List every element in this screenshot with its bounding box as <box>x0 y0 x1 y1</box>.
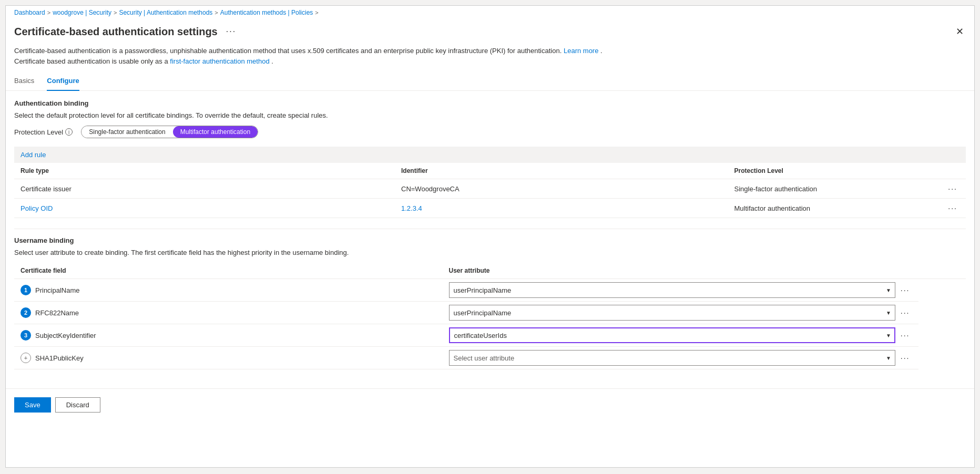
table-toolbar: Add rule <box>14 147 966 163</box>
learn-more-link[interactable]: Learn more <box>564 47 598 55</box>
cert-field-1: 1 PrincipalName <box>14 279 443 302</box>
breadcrumb-security[interactable]: woodgrove | Security <box>53 9 111 16</box>
attr-more-button-3[interactable]: ··· <box>899 330 912 341</box>
user-attr-select-3[interactable]: certificateUserIds <box>449 327 895 343</box>
description-line1: Certificate-based authentication is a pa… <box>14 47 562 55</box>
discard-button[interactable]: Discard <box>55 397 100 413</box>
row-actions-2: ··· <box>918 199 966 218</box>
col-header-identifier: Identifier <box>395 163 728 179</box>
cert-table: Certificate field User attribute 1 Princ… <box>14 263 966 369</box>
breadcrumb: Dashboard > woodgrove | Security > Secur… <box>6 6 974 19</box>
cert-field-3: 3 SubjectKeyIdentifier <box>14 324 443 347</box>
auth-binding-title: Authentication binding <box>14 99 966 107</box>
attr-more-button-1[interactable]: ··· <box>899 285 912 295</box>
identifier-oid: 1.2.3.4 <box>395 199 728 218</box>
protection-level-row: Protection Level i Single-factor authent… <box>14 126 966 138</box>
section-divider <box>14 229 966 229</box>
table-row: Policy OID 1.2.3.4 Multifactor authentic… <box>14 199 966 218</box>
protection-multi: Multifactor authentication <box>728 199 918 218</box>
col-header-protection: Protection Level <box>728 163 918 179</box>
cert-row-3: 3 SubjectKeyIdentifier certificateUserId… <box>14 324 966 347</box>
content-area: Authentication binding Select the defaul… <box>6 91 974 388</box>
user-attr-cell-4: Select user attribute ▼ ··· <box>443 347 918 369</box>
user-attr-select-4[interactable]: Select user attribute <box>449 350 895 366</box>
toggle-single-factor[interactable]: Single-factor authentication <box>81 126 172 138</box>
save-button[interactable]: Save <box>14 397 51 413</box>
identifier-woodgrove: CN=WoodgroveCA <box>395 179 728 199</box>
row-more-button-2[interactable]: ··· <box>946 203 959 213</box>
user-attr-cell-1: userPrincipalName ▼ ··· <box>443 279 918 302</box>
breadcrumb-dashboard[interactable]: Dashboard <box>14 9 45 16</box>
badge-1: 1 <box>21 285 31 295</box>
col-header-rule-type: Rule type <box>14 163 395 179</box>
page-title-area: Certificate-based authentication setting… <box>14 26 239 38</box>
username-binding-section: Username binding Select user attribute t… <box>14 236 966 369</box>
description: Certificate-based authentication is a pa… <box>6 46 974 73</box>
cert-field-name-3: SubjectKeyIdentifier <box>35 332 96 339</box>
add-rule-button[interactable]: Add rule <box>21 151 46 159</box>
cert-field-name-4: SHA1PublicKey <box>35 354 84 362</box>
breadcrumb-auth-methods[interactable]: Security | Authentication methods <box>119 9 212 16</box>
cert-row-1: 1 PrincipalName userPrincipalName ▼ <box>14 279 966 302</box>
page-wrapper: Dashboard > woodgrove | Security > Secur… <box>5 5 975 468</box>
policy-oid-link[interactable]: Policy OID <box>21 204 53 212</box>
user-attr-select-1[interactable]: userPrincipalName <box>449 282 895 298</box>
page-title: Certificate-based authentication setting… <box>14 26 218 38</box>
cert-row-2: 2 RFC822Name userPrincipalName ▼ <box>14 302 966 324</box>
description-line1-post: . <box>600 47 603 55</box>
cert-field-name-1: PrincipalName <box>35 286 80 294</box>
toggle-multi-factor[interactable]: Multifactor authentication <box>173 126 258 138</box>
tabs-row: Basics Configure <box>6 73 974 91</box>
user-attr-cell-2: userPrincipalName ▼ ··· <box>443 302 918 324</box>
description-line2-post: . <box>271 57 273 65</box>
tab-basics[interactable]: Basics <box>14 73 34 91</box>
cert-field-2: 2 RFC822Name <box>14 302 443 324</box>
breadcrumb-policies[interactable]: Authentication methods | Policies <box>220 9 313 16</box>
breadcrumb-sep-1: > <box>47 9 50 16</box>
protection-single: Single-factor authentication <box>728 179 918 199</box>
row-actions-1: ··· <box>918 179 966 199</box>
cert-row-4: + SHA1PublicKey Select user attribute <box>14 347 966 369</box>
col-cert-field: Certificate field <box>14 263 443 279</box>
breadcrumb-sep-3: > <box>215 9 218 16</box>
oid-value-link[interactable]: 1.2.3.4 <box>401 204 422 212</box>
col-user-attr: User attribute <box>443 263 918 279</box>
breadcrumb-sep-2: > <box>114 9 117 16</box>
header-row: Certificate-based authentication setting… <box>6 19 974 46</box>
rules-table: Rule type Identifier Protection Level Ce… <box>14 163 966 218</box>
badge-3: 3 <box>21 330 31 341</box>
user-attr-cell-3: certificateUserIds ▼ ··· <box>443 324 918 347</box>
col-header-actions <box>918 163 966 179</box>
protection-toggle-group: Single-factor authentication Multifactor… <box>81 126 258 138</box>
badge-4: + <box>21 353 31 363</box>
auth-binding-desc: Select the default protection level for … <box>14 111 966 119</box>
close-button[interactable]: ✕ <box>954 24 966 39</box>
header-ellipsis-button[interactable]: ··· <box>223 26 239 37</box>
rule-type-cert-issuer: Certificate issuer <box>14 179 395 199</box>
username-binding-title: Username binding <box>14 236 966 244</box>
tab-configure[interactable]: Configure <box>47 73 79 91</box>
table-row: Certificate issuer CN=WoodgroveCA Single… <box>14 179 966 199</box>
attr-more-button-2[interactable]: ··· <box>899 307 912 318</box>
cert-field-name-2: RFC822Name <box>35 309 79 317</box>
breadcrumb-sep-4: > <box>315 9 318 16</box>
footer-area: Save Discard <box>6 388 974 421</box>
col-actions-header <box>918 263 966 279</box>
row-more-button-1[interactable]: ··· <box>946 183 959 194</box>
rule-type-policy-oid: Policy OID <box>14 199 395 218</box>
protection-level-info-icon[interactable]: i <box>65 128 73 136</box>
description-line2-pre: Certificate based authentication is usab… <box>14 57 168 65</box>
attr-more-button-4[interactable]: ··· <box>899 353 912 363</box>
user-attr-select-2[interactable]: userPrincipalName <box>449 305 895 321</box>
protection-level-label: Protection Level i <box>14 128 73 136</box>
badge-2: 2 <box>21 307 31 318</box>
cert-field-4: + SHA1PublicKey <box>14 347 443 369</box>
first-factor-link[interactable]: first-factor authentication method <box>170 57 269 65</box>
username-binding-desc: Select user attribute to create binding.… <box>14 249 966 256</box>
